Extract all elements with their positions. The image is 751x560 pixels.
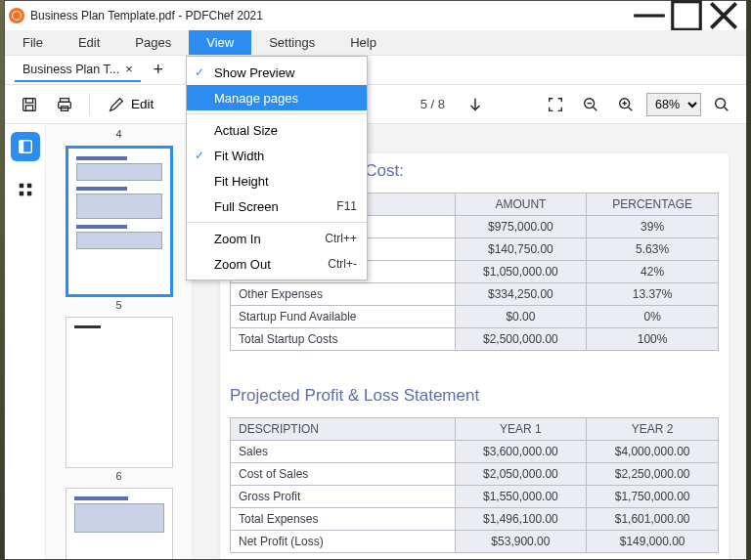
search-icon: [713, 96, 730, 113]
svg-point-18: [716, 98, 726, 108]
menu-pages[interactable]: Pages: [117, 30, 189, 55]
menu-item-fit-height[interactable]: Fit Height: [187, 168, 367, 194]
menu-item-label: Full Screen: [214, 199, 279, 214]
table-row: Startup Fund Available$0.000%: [231, 306, 719, 328]
cell-amount: $140,750.00: [455, 238, 587, 261]
app-window: Business Plan Template.pdf - PDFChef 202…: [4, 0, 747, 560]
cell-y1: $2,050,000.00: [455, 463, 587, 486]
save-button[interactable]: [15, 90, 44, 119]
table-row: Sales$3,600,000.00$4,000,000.00: [231, 441, 719, 463]
section-title-pl: Projected Profit & Loss Statement: [230, 378, 719, 406]
menu-item-label: Show Preview: [214, 65, 294, 80]
menu-separator: [187, 113, 367, 114]
cell-amount: $2,500,000.00: [455, 328, 587, 351]
cell-amount: $975,000.00: [455, 216, 587, 238]
menu-help[interactable]: Help: [332, 30, 394, 55]
save-icon: [21, 96, 38, 113]
cell-desc: Startup Fund Available: [231, 306, 456, 328]
view-menu-dropdown: ✓Show PreviewManage pagesActual Size✓Fit…: [186, 56, 368, 280]
table-row: Other Expenses$334,250.0013.37%: [231, 283, 719, 306]
cell-y1: $1,496,100.00: [455, 508, 587, 531]
cell-y2: $1,750,000.00: [587, 486, 719, 508]
cell-desc: Other Expenses: [231, 283, 456, 306]
svg-rect-22: [19, 184, 23, 189]
maximize-button[interactable]: [668, 1, 705, 30]
zoom-in-icon: [617, 96, 635, 113]
fullscreen-button[interactable]: [541, 90, 570, 119]
cell-desc: Total Expenses: [231, 508, 456, 531]
close-icon: [705, 0, 742, 34]
left-rail: [5, 124, 46, 559]
menu-item-fit-width[interactable]: ✓Fit Width: [187, 143, 367, 168]
titlebar: Business Plan Template.pdf - PDFChef 202…: [5, 1, 746, 30]
menu-item-full-screen[interactable]: Full ScreenF11: [187, 194, 367, 219]
document-tab[interactable]: Business Plan T... ×: [15, 59, 141, 82]
sidebar-icon: [17, 138, 34, 155]
new-tab-button[interactable]: +: [147, 59, 170, 82]
cell-desc: Total Startup Costs: [231, 328, 456, 351]
menu-item-label: Fit Width: [214, 149, 264, 163]
cell-desc: Cost of Sales: [231, 463, 456, 486]
menu-shortcut: Ctrl++: [325, 232, 357, 245]
menu-item-show-preview[interactable]: ✓Show Preview: [187, 60, 367, 85]
zoom-select[interactable]: 68%: [646, 93, 701, 116]
thumbnail-panel: 4 5 6: [46, 124, 193, 559]
thumb-label-6: 6: [46, 470, 192, 482]
close-button[interactable]: [705, 1, 742, 30]
cell-amount: $1,050,000.00: [455, 261, 587, 283]
down-arrow-icon: [466, 96, 484, 113]
cell-pct: 39%: [587, 216, 719, 238]
print-icon: [56, 96, 73, 113]
cell-amount: $334,250.00: [455, 283, 587, 306]
print-button[interactable]: [50, 90, 79, 119]
zoom-in-button[interactable]: [611, 90, 641, 119]
menu-item-label: Manage pages: [214, 91, 298, 106]
thumbnail-page-5[interactable]: [66, 317, 173, 468]
check-icon: ✓: [195, 149, 204, 162]
zoom-out-icon: [582, 96, 599, 113]
menu-item-manage-pages[interactable]: Manage pages: [187, 85, 367, 110]
menu-item-zoom-in[interactable]: Zoom InCtrl++: [187, 226, 367, 251]
svg-line-19: [725, 107, 729, 110]
cell-pct: 5.63%: [587, 238, 719, 261]
menu-edit[interactable]: Edit: [61, 30, 117, 55]
edit-button[interactable]: Edit: [100, 90, 161, 119]
toolbar: Edit 5 / 8 68%: [5, 85, 746, 124]
section-title-startup: tartup Cost:: [318, 153, 719, 181]
window-title: Business Plan Template.pdf - PDFChef 202…: [30, 9, 631, 22]
cell-y2: $1,601,000.00: [587, 508, 719, 531]
tab-label: Business Plan T...: [22, 63, 119, 76]
jump-button[interactable]: [461, 90, 490, 119]
tabbar: Business Plan T... × +: [5, 56, 746, 85]
svg-rect-25: [26, 192, 31, 196]
svg-rect-21: [19, 141, 23, 153]
grid-view-button[interactable]: [11, 175, 40, 204]
menu-item-actual-size[interactable]: Actual Size: [187, 117, 367, 143]
pencil-icon: [108, 96, 125, 113]
table-row: Net Profit (Loss)$53,900.00$149,000.00: [231, 531, 719, 553]
menu-item-zoom-out[interactable]: Zoom OutCtrl+-: [187, 251, 367, 277]
svg-rect-24: [19, 192, 23, 196]
minimize-button[interactable]: [631, 1, 668, 30]
cell-y1: $3,600,000.00: [455, 441, 587, 463]
toolbar-divider: [89, 94, 90, 115]
svg-rect-23: [26, 184, 31, 189]
svg-line-12: [594, 107, 597, 110]
menu-view[interactable]: View: [189, 30, 251, 55]
menu-settings[interactable]: Settings: [251, 30, 332, 55]
menu-shortcut: Ctrl+-: [328, 257, 357, 271]
cell-y2: $4,000,000.00: [587, 441, 719, 463]
cell-pct: 0%: [587, 306, 719, 328]
menu-file[interactable]: File: [5, 30, 61, 55]
thumbnails-toggle[interactable]: [11, 132, 40, 161]
search-button[interactable]: [707, 90, 736, 119]
cell-pct: 42%: [587, 261, 719, 283]
thumbnail-page-4[interactable]: [66, 146, 173, 297]
cell-desc: Net Profit (Loss): [231, 531, 456, 553]
thumb-label-5: 5: [46, 299, 192, 311]
svg-rect-8: [59, 102, 71, 108]
thumbnail-page-6[interactable]: [66, 488, 173, 559]
zoom-out-button[interactable]: [576, 90, 605, 119]
tab-close-icon[interactable]: ×: [125, 62, 133, 76]
cell-y1: $1,550,000.00: [455, 486, 587, 508]
